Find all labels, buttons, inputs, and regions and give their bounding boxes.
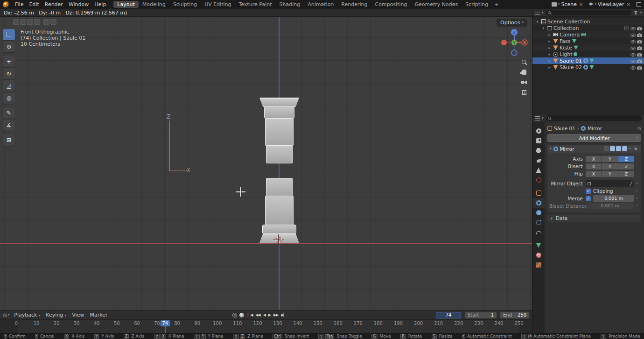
- outliner-row-light[interactable]: ▸Light: [532, 51, 644, 57]
- navigation-gizmo[interactable]: Z X Y: [499, 28, 529, 57]
- properties-tab-physics[interactable]: [532, 218, 545, 227]
- modifier-extras-menu-icon[interactable]: ▾: [629, 147, 631, 150]
- current-frame-field[interactable]: 74: [436, 312, 461, 318]
- frame-start-field[interactable]: Start 1: [465, 312, 497, 318]
- tool-select-box[interactable]: [3, 29, 15, 40]
- tool-transform[interactable]: ◎: [3, 92, 15, 104]
- hide-in-viewport-icon[interactable]: [630, 53, 636, 56]
- expand-arrow-icon[interactable]: ▸: [547, 59, 552, 63]
- modifier-panel-header[interactable]: ▾ Mirror ▾ ×: [547, 145, 641, 153]
- properties-tab-view-layer[interactable]: [532, 155, 545, 165]
- keying-set-icon[interactable]: [239, 313, 244, 318]
- column-drum-2[interactable]: [266, 145, 293, 163]
- disable-in-render-icon[interactable]: [637, 27, 642, 30]
- expand-arrow-icon[interactable]: ▾: [535, 20, 539, 24]
- hide-in-viewport-icon[interactable]: [630, 40, 636, 43]
- workspace-tab-compositing[interactable]: Compositing: [371, 1, 411, 8]
- workspace-tab-scripting[interactable]: Scripting: [462, 1, 492, 8]
- axis-x-toggle[interactable]: X: [586, 156, 602, 162]
- animate-dot-icon[interactable]: •: [634, 204, 639, 208]
- 3d-cursor[interactable]: [275, 237, 282, 243]
- properties-tab-modifiers[interactable]: [532, 198, 545, 208]
- properties-tab-object-data[interactable]: [532, 240, 545, 250]
- unlink-scene-button[interactable]: ×: [578, 2, 584, 7]
- tool-cursor[interactable]: ⊕: [3, 41, 15, 52]
- outliner-editor-type-icon[interactable]: [535, 11, 540, 15]
- hide-in-viewport-icon[interactable]: [630, 60, 636, 63]
- timeline-menu-keying[interactable]: Keying ▾: [43, 311, 69, 318]
- merge-checkbox[interactable]: ✓: [586, 196, 591, 201]
- pan-hand-icon[interactable]: [522, 70, 526, 75]
- axis-y-toggle[interactable]: Y: [602, 156, 618, 162]
- flip-y-toggle[interactable]: Y: [602, 171, 618, 177]
- disable-in-render-icon[interactable]: [637, 40, 642, 43]
- menu-edit[interactable]: Edit: [26, 1, 42, 8]
- bisect-y-toggle[interactable]: Y: [602, 163, 618, 170]
- play-reverse-button[interactable]: ◀: [262, 312, 267, 318]
- tool-header-icon[interactable]: [13, 19, 19, 25]
- workspace-tab-animation[interactable]: Animation: [304, 1, 337, 8]
- outliner-search-input[interactable]: [546, 10, 632, 15]
- expand-arrow-icon[interactable]: ▸: [547, 46, 552, 50]
- properties-search-input[interactable]: [546, 115, 642, 121]
- outliner-options-icon[interactable]: ▾: [640, 11, 642, 14]
- properties-tab-output[interactable]: [532, 146, 545, 155]
- timeline-menu-view[interactable]: View: [69, 311, 87, 318]
- scene-selector[interactable]: ▾ Scene ×: [552, 1, 584, 7]
- jump-end-button[interactable]: ▶▏: [280, 312, 287, 318]
- screen-layout-icon[interactable]: [636, 2, 641, 7]
- tool-header-icon[interactable]: [50, 19, 56, 25]
- 3d-viewport[interactable]: Z X Front Orthographic (74) Collectio: [0, 17, 532, 310]
- viewlayer-selector[interactable]: ▾ ViewLayer ×: [588, 1, 631, 7]
- tool-header-icon[interactable]: [34, 19, 40, 25]
- frame-end-field[interactable]: End 250: [500, 312, 529, 318]
- clipping-checkbox[interactable]: ✓: [586, 189, 591, 194]
- expand-arrow-icon[interactable]: ▸: [547, 39, 552, 43]
- hide-in-viewport-icon[interactable]: [630, 66, 636, 70]
- tool-header-icon[interactable]: [20, 19, 26, 25]
- breadcrumb-modifier[interactable]: Mirror: [588, 126, 602, 131]
- gizmo-minus-z-ball[interactable]: [511, 50, 517, 56]
- play-button[interactable]: ▶: [267, 312, 272, 318]
- properties-tab-render[interactable]: [532, 136, 545, 146]
- next-keyframe-button[interactable]: ▶▶: [272, 312, 280, 318]
- timeline-menu-marker[interactable]: Marker: [87, 311, 110, 318]
- outliner-row-collection[interactable]: ▾Collection✓: [532, 25, 644, 31]
- mirror-object-field[interactable]: ╱: [586, 180, 634, 187]
- menu-help[interactable]: Help: [91, 1, 109, 8]
- gizmo-minus-x-ball[interactable]: [501, 40, 507, 45]
- column-capital-block[interactable]: [259, 98, 299, 107]
- column-base-block[interactable]: [262, 225, 296, 234]
- workspace-tab-rendering[interactable]: Rendering: [337, 1, 371, 8]
- disable-in-render-icon[interactable]: [637, 59, 642, 63]
- properties-editor-type-icon[interactable]: [535, 116, 540, 120]
- workspace-tab-layout[interactable]: Layout: [113, 1, 138, 8]
- animate-dot-icon[interactable]: •: [634, 197, 639, 201]
- workspace-tab-shading[interactable]: Shading: [276, 1, 304, 8]
- flip-x-toggle[interactable]: X: [586, 171, 602, 177]
- animate-dot-icon[interactable]: •: [634, 182, 639, 186]
- disable-in-render-icon[interactable]: [637, 53, 642, 56]
- disable-in-render-icon[interactable]: [637, 33, 642, 37]
- outliner-row-s-ule-02[interactable]: ▸Säule 02: [532, 64, 644, 71]
- tool-move[interactable]: +: [3, 56, 15, 67]
- expand-arrow-icon[interactable]: ▸: [547, 33, 552, 37]
- tool-scale[interactable]: ◿: [3, 80, 15, 92]
- display-realtime-toggle[interactable]: [616, 146, 621, 151]
- bisect-z-toggle[interactable]: Z: [618, 163, 634, 170]
- properties-tab-texture[interactable]: [532, 260, 545, 270]
- disable-in-render-icon[interactable]: [637, 66, 642, 70]
- workspace-tab-texture-paint[interactable]: Texture Paint: [235, 1, 276, 8]
- filter-icon[interactable]: [633, 11, 638, 15]
- outliner-row-scene-collection[interactable]: ▾Scene Collection: [532, 18, 644, 25]
- tool-annotate[interactable]: ✎: [3, 107, 15, 119]
- data-subpanel[interactable]: ▸ Data: [547, 214, 641, 222]
- timeline-menu-playback[interactable]: Playback ▾: [11, 311, 43, 318]
- delete-modifier-button[interactable]: ×: [633, 146, 639, 152]
- unlink-viewlayer-button[interactable]: ×: [626, 2, 631, 7]
- hide-in-viewport-icon[interactable]: [630, 27, 636, 30]
- hide-in-viewport-icon[interactable]: [630, 34, 636, 37]
- expand-caret-icon[interactable]: ▾: [550, 147, 552, 150]
- add-workspace-button[interactable]: +: [492, 1, 501, 7]
- properties-tab-particles[interactable]: [532, 208, 545, 218]
